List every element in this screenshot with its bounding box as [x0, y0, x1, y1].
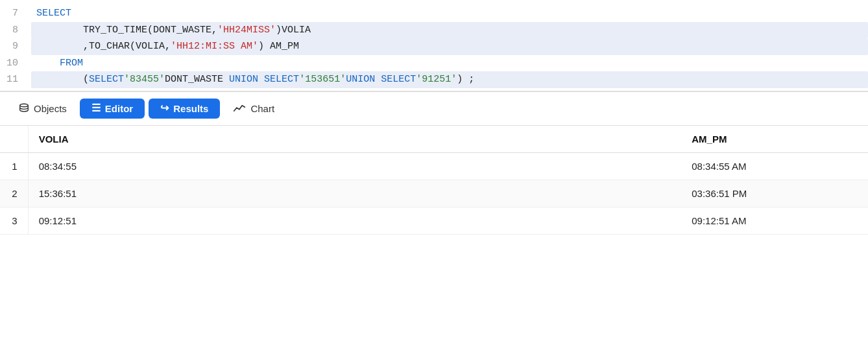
- code-line: 11 (SELECT'83455'DONT_WASTE UNION SELECT…: [0, 71, 868, 88]
- code-token: TRY_TO_TIME(DONT_WASTE,: [36, 25, 217, 36]
- row-number: 2: [0, 180, 28, 207]
- line-content: ,TO_CHAR(VOLIA,'HH12:MI:SS AM') AM_PM: [31, 38, 868, 55]
- code-token: UNION: [346, 74, 375, 85]
- code-token: SELECT: [381, 74, 416, 85]
- code-token: '91251': [416, 74, 457, 85]
- code-token: ) AM_PM: [258, 41, 299, 52]
- database-icon: [18, 102, 30, 114]
- results-icon: ↪: [160, 103, 169, 113]
- table-row: 309:12:5109:12:51 AM: [0, 207, 868, 234]
- code-token: [258, 74, 264, 85]
- code-token: )VOLIA: [276, 25, 311, 36]
- code-line: 7SELECT: [0, 5, 868, 22]
- chart-icon: [233, 103, 246, 113]
- code-editor[interactable]: 7SELECT8 TRY_TO_TIME(DONT_WASTE,'HH24MIS…: [0, 0, 868, 91]
- row-num-header: [0, 126, 28, 153]
- code-token: 'HH12:MI:SS AM': [171, 41, 258, 52]
- objects-label: Objects: [34, 103, 67, 114]
- row-number: 3: [0, 207, 28, 234]
- am-pm-cell: 03:36:51 PM: [681, 180, 868, 207]
- results-button[interactable]: ↪ Results: [149, 99, 220, 119]
- code-token: '83455': [124, 74, 165, 85]
- volia-header: VOLIA: [28, 126, 681, 153]
- line-number: 10: [0, 55, 31, 72]
- row-number: 1: [0, 152, 28, 180]
- line-number: 7: [0, 5, 31, 22]
- code-token: (: [36, 74, 89, 85]
- code-token: DONT_WASTE: [165, 74, 229, 85]
- code-token: ) ;: [457, 74, 474, 85]
- line-number: 8: [0, 22, 31, 39]
- objects-tab[interactable]: Objects: [9, 99, 76, 118]
- code-token: UNION: [229, 74, 258, 85]
- results-container: VOLIA AM_PM 108:34:5508:34:55 AM215:36:5…: [0, 126, 868, 235]
- code-line: 8 TRY_TO_TIME(DONT_WASTE,'HH24MISS')VOLI…: [0, 22, 868, 39]
- line-content: TRY_TO_TIME(DONT_WASTE,'HH24MISS')VOLIA: [31, 22, 868, 39]
- volia-cell: 09:12:51: [28, 207, 681, 234]
- code-token: '153651': [299, 74, 346, 85]
- code-token: [375, 74, 381, 85]
- table-row: 215:36:5103:36:51 PM: [0, 180, 868, 207]
- chart-button[interactable]: Chart: [224, 99, 283, 119]
- volia-cell: 08:34:55: [28, 152, 681, 180]
- volia-cell: 15:36:51: [28, 180, 681, 207]
- chart-label: Chart: [250, 103, 274, 114]
- code-line: 9 ,TO_CHAR(VOLIA,'HH12:MI:SS AM') AM_PM: [0, 38, 868, 55]
- line-content: FROM: [31, 55, 868, 72]
- code-token: ,TO_CHAR(VOLIA,: [36, 41, 171, 52]
- editor-icon: ☰: [91, 103, 101, 113]
- editor-label: Editor: [105, 103, 133, 114]
- code-token: FROM: [36, 58, 83, 69]
- editor-button[interactable]: ☰ Editor: [80, 99, 145, 119]
- results-label: Results: [173, 103, 208, 114]
- line-number: 11: [0, 71, 31, 88]
- line-content: (SELECT'83455'DONT_WASTE UNION SELECT'15…: [31, 71, 868, 88]
- results-table: VOLIA AM_PM 108:34:5508:34:55 AM215:36:5…: [0, 126, 868, 235]
- code-token: SELECT: [89, 74, 124, 85]
- code-token: SELECT: [36, 8, 71, 19]
- am-pm-cell: 08:34:55 AM: [681, 152, 868, 180]
- code-line: 10 FROM: [0, 55, 868, 72]
- line-number: 9: [0, 38, 31, 55]
- code-token: SELECT: [264, 74, 299, 85]
- table-row: 108:34:5508:34:55 AM: [0, 152, 868, 180]
- line-content: SELECT: [31, 5, 868, 22]
- toolbar: Objects ☰ Editor ↪ Results Chart: [0, 91, 868, 126]
- code-token: 'HH24MISS': [217, 25, 276, 36]
- code-lines: 7SELECT8 TRY_TO_TIME(DONT_WASTE,'HH24MIS…: [0, 0, 868, 91]
- svg-point-0: [20, 104, 29, 107]
- am-pm-cell: 09:12:51 AM: [681, 207, 868, 234]
- am-pm-header: AM_PM: [681, 126, 868, 153]
